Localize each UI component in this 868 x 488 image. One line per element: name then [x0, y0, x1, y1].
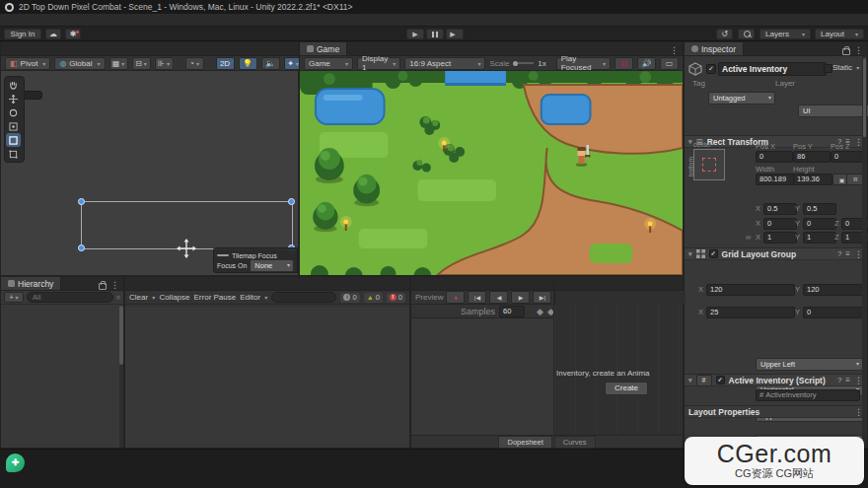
link-scale-icon[interactable]: ∞: [746, 233, 751, 242]
start-corner-dropdown[interactable]: Upper Left: [756, 358, 863, 371]
gizmo-handle[interactable]: [288, 198, 295, 205]
next-key-button[interactable]: ▶|: [533, 291, 551, 304]
pivot-x-field[interactable]: 0.5: [763, 203, 797, 215]
create-animation-button[interactable]: Create: [605, 382, 648, 395]
component-enabled-checkbox[interactable]: ✓: [716, 376, 725, 384]
layer-dropdown[interactable]: UI: [798, 105, 868, 117]
console-search-input[interactable]: [271, 292, 336, 303]
menu-dots-icon[interactable]: ⋮: [110, 280, 119, 290]
scale-x-field[interactable]: 1: [763, 232, 797, 244]
static-checkbox[interactable]: [824, 64, 832, 73]
dopesheet-button[interactable]: Dopesheet: [498, 436, 551, 449]
pos-y-field[interactable]: 86: [793, 151, 831, 163]
warning-count-badge[interactable]: ▲0: [364, 293, 383, 303]
collapse-button[interactable]: Collapse: [159, 293, 189, 302]
cell-size-y-field[interactable]: 120: [803, 284, 868, 296]
undo-history-button[interactable]: ↺: [716, 29, 733, 39]
error-pause-button[interactable]: Error Pause: [194, 293, 237, 302]
first-key-button[interactable]: |◀: [468, 291, 486, 304]
prev-key-button[interactable]: ◀: [489, 291, 508, 304]
gameobject-name-field[interactable]: Active Inventory: [718, 62, 827, 76]
scene-viewport[interactable]: Tilemap Focus Focus OnNone: [1, 71, 298, 275]
script-component-header[interactable]: ▾ # ✓ Active Inventory (Script) ?≡⋮: [685, 374, 867, 386]
record-button[interactable]: ●: [446, 291, 465, 304]
active-checkbox[interactable]: ✓: [706, 64, 716, 74]
height-field[interactable]: 139.36: [793, 174, 832, 185]
capture-button[interactable]: ◘: [615, 57, 633, 70]
add-keyframe-icon[interactable]: ◆: [537, 307, 543, 316]
create-object-button[interactable]: +▾: [4, 292, 24, 303]
cloud-button[interactable]: ☁: [45, 29, 61, 39]
filter-icon[interactable]: ⌗: [116, 294, 120, 302]
mute-audio-button[interactable]: 🔊: [637, 57, 656, 70]
increment-snap-button[interactable]: ⊪▾: [155, 57, 174, 70]
audio-toggle-button[interactable]: 🔈: [261, 57, 280, 70]
scale-slider[interactable]: [513, 61, 534, 66]
transform-tool-button[interactable]: [6, 147, 21, 161]
layout-properties-header[interactable]: Layout Properties ⋮: [685, 405, 867, 418]
play-focused-dropdown[interactable]: Play Focused▾: [556, 57, 611, 70]
grid-layout-group-header[interactable]: ▾ ✓ Grid Layout Group ?≡⋮: [685, 247, 867, 260]
error-count-badge[interactable]: !0: [387, 293, 405, 303]
hierarchy-scrollbar[interactable]: [119, 304, 123, 448]
pane-splitter[interactable]: [553, 277, 554, 436]
spacing-y-field[interactable]: 0: [803, 307, 868, 318]
snap-button[interactable]: ⊟▾: [132, 57, 151, 70]
grid-visibility-button[interactable]: ▦▾: [109, 57, 128, 70]
rect-tool-button[interactable]: [6, 133, 21, 147]
width-field[interactable]: 800.189: [756, 174, 797, 185]
component-enabled-checkbox[interactable]: ✓: [709, 249, 718, 258]
draw-mode-button[interactable]: ◔▾: [185, 57, 204, 70]
layers-dropdown[interactable]: Layers▾: [760, 29, 811, 39]
pause-button[interactable]: [426, 29, 444, 39]
inspector-scrollbar[interactable]: [862, 56, 867, 448]
global-dropdown[interactable]: ◍Global▾: [54, 57, 105, 70]
rotation-y-field[interactable]: 0: [803, 218, 836, 230]
gizmo-handle[interactable]: [78, 198, 85, 205]
console-log-area[interactable]: [125, 306, 409, 448]
presets-icon[interactable]: ≡: [845, 249, 850, 259]
preview-toggle[interactable]: Preview: [415, 293, 443, 302]
samples-field[interactable]: 60: [499, 306, 525, 317]
move-gizmo-icon[interactable]: [177, 239, 196, 258]
menu-dots-icon[interactable]: ⋮: [854, 45, 863, 55]
editor-dropdown[interactable]: Editor ▾: [240, 293, 267, 302]
display-dropdown[interactable]: Display 1▾: [357, 57, 400, 70]
help-icon[interactable]: ?: [837, 249, 841, 259]
script-object-field[interactable]: # ActiveInventory: [756, 389, 860, 401]
opacity-slider[interactable]: [217, 254, 229, 256]
pivot-y-field[interactable]: 0.5: [803, 203, 836, 215]
play-animation-button[interactable]: ▶: [511, 291, 530, 304]
rotate-tool-button[interactable]: [6, 105, 21, 119]
lock-icon[interactable]: [842, 48, 850, 55]
step-button[interactable]: ▶: [446, 29, 464, 39]
gizmo-handle[interactable]: [78, 244, 85, 251]
scale-y-field[interactable]: 1: [803, 232, 836, 244]
help-icon[interactable]: ?: [837, 376, 841, 385]
rotation-x-field[interactable]: 0: [763, 218, 797, 230]
collab-button[interactable]: ✱: [65, 29, 81, 39]
view-tool-button[interactable]: [6, 78, 21, 92]
tag-dropdown[interactable]: Untagged: [708, 92, 775, 105]
search-button[interactable]: [738, 29, 755, 39]
pivot-dropdown[interactable]: ◧Pivot▾: [5, 57, 50, 70]
timeline-ruler[interactable]: [554, 291, 686, 305]
anchor-preset-widget[interactable]: [693, 149, 725, 180]
curves-button[interactable]: Curves: [554, 436, 596, 449]
display-target-dropdown[interactable]: Game▾: [304, 57, 353, 70]
pos-x-field[interactable]: 0: [756, 151, 793, 163]
aspect-dropdown[interactable]: 16:9 Aspect▾: [404, 57, 485, 70]
cell-size-x-field[interactable]: 120: [706, 284, 795, 296]
spacing-x-field[interactable]: 25: [706, 307, 795, 318]
sign-in-button[interactable]: Sign In: [4, 29, 41, 39]
lock-icon[interactable]: [99, 283, 107, 290]
menu-dots-icon[interactable]: ⋮: [670, 45, 679, 55]
hierarchy-search-input[interactable]: [27, 292, 113, 303]
presets-icon[interactable]: ≡: [845, 376, 850, 385]
game-viewport[interactable]: [300, 71, 683, 275]
clear-button[interactable]: Clear ▾: [129, 293, 155, 302]
tab-hierarchy[interactable]: Hierarchy: [1, 277, 61, 290]
tab-inspector[interactable]: Inspector: [685, 42, 744, 55]
focus-on-dropdown[interactable]: None: [250, 259, 294, 272]
stats-button[interactable]: ▭: [660, 57, 679, 70]
